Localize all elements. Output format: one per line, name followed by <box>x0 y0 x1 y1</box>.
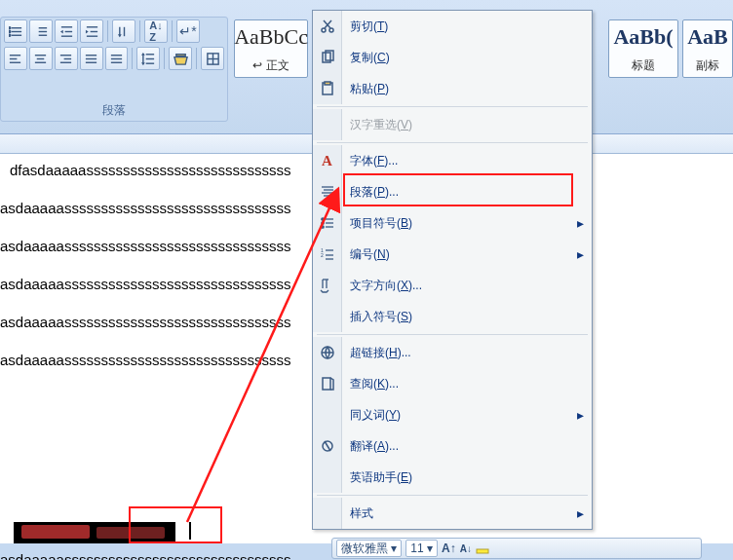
mini-floating-toolbar[interactable]: 微软雅黑 ▾ 11 ▾ A↑ A↓ <box>331 538 702 559</box>
style-normal[interactable]: AaBbCc ↩ 正文 <box>234 19 308 78</box>
align-justify-button[interactable] <box>80 47 103 70</box>
style-preview: AaBbCc <box>234 24 308 50</box>
align-distribute-button[interactable] <box>105 47 129 70</box>
menu-item-同义词[interactable]: 同义词(Y)▸ <box>313 399 592 430</box>
styles-gallery: AaBbCc ↩ 正文 <box>234 19 308 115</box>
document-line[interactable]: asdaaaaasssssssssssssssssssssssssssssss <box>0 551 322 560</box>
svg-text:2: 2 <box>321 252 324 258</box>
menu-item-查阅[interactable]: 查阅(K)... <box>313 368 592 399</box>
font-icon: A <box>313 145 342 176</box>
menu-item-样式[interactable]: 样式▸ <box>313 498 592 529</box>
context-menu: 剪切(T)复制(C)粘贴(P)汉字重选(V)A字体(F)...段落(P)...项… <box>312 10 593 530</box>
menu-item-label: 汉字重选(V) <box>350 117 584 133</box>
style-name: 标题 <box>632 57 655 74</box>
svg-line-41 <box>325 20 331 28</box>
style-preview: AaBb( <box>613 24 673 50</box>
mini-font-select[interactable]: 微软雅黑 ▾ <box>336 540 402 557</box>
menu-item-翻译[interactable]: 翻译(A)... <box>313 430 592 462</box>
menu-item-label: 同义词(Y) <box>350 407 569 424</box>
textdir-icon <box>313 270 342 301</box>
grow-font-icon[interactable]: A↑ <box>442 541 456 555</box>
menu-item-label: 样式 <box>350 505 569 522</box>
menu-item-编号[interactable]: 12编号(N)▸ <box>313 239 592 270</box>
menu-item-粘贴[interactable]: 粘贴(P) <box>313 73 592 104</box>
inserted-image[interactable] <box>14 522 175 543</box>
menu-item-段落[interactable]: 段落(P)... <box>313 176 592 207</box>
style-preview: AaB <box>687 24 728 50</box>
cut-icon <box>313 11 342 42</box>
shrink-font-icon[interactable]: A↓ <box>460 543 472 554</box>
text-direction-button[interactable] <box>112 19 135 43</box>
bullets-button[interactable] <box>4 19 27 43</box>
bullets-icon <box>313 207 342 239</box>
style-name: 副标 <box>696 57 719 74</box>
svg-point-51 <box>321 218 323 220</box>
svg-point-39 <box>322 28 326 32</box>
menu-item-复制[interactable]: 复制(C) <box>313 42 592 73</box>
menu-item-label: 文字方向(X)... <box>350 278 584 294</box>
menu-item-插入符号[interactable]: 插入符号(S) <box>313 301 592 332</box>
blank-icon <box>313 301 342 332</box>
menu-item-字体[interactable]: A字体(F)... <box>313 145 592 176</box>
translate-icon <box>313 430 342 462</box>
submenu-arrow-icon: ▸ <box>577 407 584 423</box>
svg-point-53 <box>321 226 323 228</box>
mini-size-select[interactable]: 11 ▾ <box>405 540 438 557</box>
menu-item-超链接[interactable]: 超链接(H)... <box>313 337 592 368</box>
menu-item-label: 编号(N) <box>350 246 569 263</box>
align-center-button[interactable] <box>29 47 53 70</box>
menu-item-label: 字体(F)... <box>350 153 584 169</box>
menu-item-label: 超链接(H)... <box>350 345 584 361</box>
para-icon <box>313 176 342 207</box>
blank-icon <box>313 399 342 430</box>
blank-icon <box>313 498 342 529</box>
svg-point-4 <box>9 30 11 32</box>
sort-button[interactable]: A↓Z <box>144 19 168 43</box>
menu-item-剪切[interactable]: 剪切(T) <box>313 11 592 42</box>
menu-item-label: 粘贴(P) <box>350 81 584 97</box>
link-icon <box>313 337 342 368</box>
style-name: ↩ 正文 <box>252 57 289 74</box>
svg-rect-68 <box>477 549 488 553</box>
style-heading[interactable]: AaBb( 标题 <box>608 19 678 78</box>
svg-point-5 <box>9 34 11 36</box>
menu-item-英语助手[interactable]: 英语助手(E) <box>313 462 592 493</box>
svg-point-3 <box>9 26 11 28</box>
style-subtitle[interactable]: AaB 副标 <box>682 19 733 78</box>
paragraph-group-label: 段落 <box>1 102 227 119</box>
indent-button[interactable] <box>80 19 103 43</box>
svg-point-52 <box>321 222 323 224</box>
menu-item-label: 插入符号(S) <box>350 309 584 325</box>
submenu-arrow-icon: ▸ <box>577 505 584 521</box>
svg-line-67 <box>325 441 330 451</box>
numbers-icon: 12 <box>313 239 342 270</box>
menu-item-汉字重选: 汉字重选(V) <box>313 109 592 140</box>
svg-point-40 <box>329 28 333 32</box>
highlight-icon[interactable] <box>476 541 489 557</box>
submenu-arrow-icon: ▸ <box>577 215 584 231</box>
show-marks-button[interactable]: ↵* <box>176 19 200 43</box>
menu-item-项目符号[interactable]: 项目符号(B)▸ <box>313 207 592 239</box>
menu-item-label: 查阅(K)... <box>350 376 584 392</box>
text-cursor <box>189 522 191 540</box>
outdent-button[interactable] <box>55 19 78 43</box>
menu-item-label: 复制(C) <box>350 50 584 66</box>
copy-icon <box>313 42 342 73</box>
paste-icon <box>313 73 342 104</box>
align-left-button[interactable] <box>4 47 27 70</box>
blank-icon <box>313 462 342 493</box>
paragraph-group: A↓Z ↵* 段落 <box>0 17 228 122</box>
menu-item-label: 剪切(T) <box>350 19 584 35</box>
lookup-icon <box>313 368 342 399</box>
menu-item-文字方向[interactable]: 文字方向(X)... <box>313 270 592 301</box>
line-spacing-button[interactable] <box>136 47 160 70</box>
submenu-arrow-icon: ▸ <box>577 246 584 262</box>
borders-button[interactable] <box>201 47 224 70</box>
numbering-button[interactable] <box>29 19 53 43</box>
align-right-button[interactable] <box>55 47 78 70</box>
svg-rect-46 <box>325 82 330 85</box>
menu-item-label: 英语助手(E) <box>350 469 584 486</box>
shading-button[interactable] <box>169 47 192 70</box>
svg-line-42 <box>324 20 330 28</box>
menu-item-label: 翻译(A)... <box>350 438 584 455</box>
